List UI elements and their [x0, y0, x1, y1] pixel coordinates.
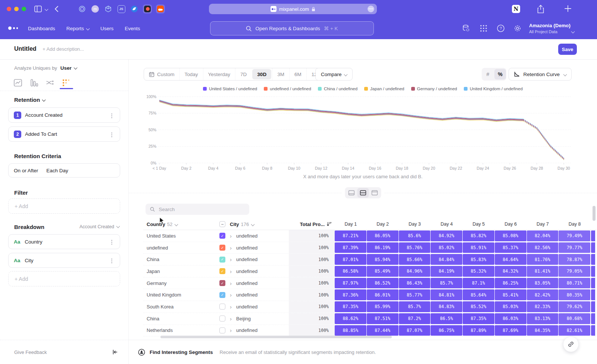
- chart-type-dropdown[interactable]: Retention Curve: [509, 68, 572, 81]
- retention-value-cell[interactable]: 82.42%: [527, 289, 559, 300]
- range-yesterday[interactable]: Yesterday: [203, 68, 235, 80]
- kebab-menu-icon[interactable]: [111, 115, 112, 116]
- retention-value-cell[interactable]: 85.94%: [367, 254, 398, 265]
- retention-value-cell[interactable]: 85.49%: [367, 266, 398, 277]
- retention-value-cell[interactable]: 88.62%: [335, 313, 366, 324]
- city-cell[interactable]: ✓›undefined: [209, 254, 289, 265]
- insights-icon[interactable]: [13, 78, 22, 87]
- table-row[interactable]: South Korea›undefined100%87.35%85.99%85.…: [143, 301, 596, 313]
- description-placeholder[interactable]: + Add description...: [43, 46, 84, 52]
- give-feedback-link[interactable]: Give Feedback: [14, 349, 47, 355]
- project-switcher[interactable]: Amazonia {Demo} All Project Data: [529, 23, 571, 35]
- table-search-input[interactable]: [158, 206, 245, 213]
- notion-icon[interactable]: N: [512, 5, 520, 13]
- retention-value-cell[interactable]: 84.96%: [399, 266, 431, 277]
- retention-value-cell[interactable]: 86.25%: [495, 278, 526, 289]
- row-checkbox[interactable]: ✓: [219, 268, 225, 274]
- table-row[interactable]: Netherlands›undefined100%88.85%87.44%87.…: [143, 325, 596, 337]
- city-cell[interactable]: ✓›undefined: [209, 230, 289, 242]
- criteria-card[interactable]: On or After Each Day: [8, 163, 120, 178]
- table-row[interactable]: Germany✓›undefined100%87.97%86.52%86.43%…: [143, 277, 596, 289]
- segments-title[interactable]: Find Interesting Segments: [150, 349, 213, 355]
- js-extension-icon[interactable]: JS: [117, 4, 126, 13]
- range-custom[interactable]: Custom: [144, 68, 179, 80]
- retention-value-cell[interactable]: 85.99%: [367, 301, 398, 312]
- retention-value-cell[interactable]: 87.2%: [399, 313, 431, 324]
- retention-value-cell[interactable]: 85.6%: [399, 230, 431, 241]
- retention-value-cell[interactable]: 87.69%: [495, 325, 526, 336]
- retention-value-cell[interactable]: 87.07%: [399, 325, 431, 336]
- funnels-icon[interactable]: [29, 78, 38, 87]
- retention-value-cell[interactable]: 86.05%: [367, 230, 398, 241]
- legend-item[interactable]: China / undefined: [318, 87, 357, 91]
- plus-icon[interactable]: [564, 5, 572, 12]
- flows-icon[interactable]: [46, 78, 54, 87]
- save-button[interactable]: Save: [558, 44, 577, 55]
- retention-value-cell[interactable]: 79.62%: [559, 301, 590, 312]
- retention-value-cell[interactable]: 86.5%: [431, 313, 462, 324]
- retention-value-cell-partial[interactable]: [591, 289, 595, 300]
- retention-value-cell[interactable]: 85.37%: [495, 242, 526, 253]
- chevron-right-icon[interactable]: ›: [230, 233, 232, 239]
- row-checkbox[interactable]: [219, 304, 225, 310]
- retention-value-cell[interactable]: 81.76%: [527, 254, 559, 265]
- gear-icon[interactable]: [513, 24, 522, 32]
- retention-value-cell[interactable]: 83.05%: [527, 278, 559, 289]
- mixpanel-logo-dots[interactable]: [8, 26, 18, 30]
- chart-view-icon[interactable]: [346, 188, 357, 198]
- day-column-header[interactable]: Day 4: [431, 222, 463, 227]
- city-cell[interactable]: ›Beijing: [209, 313, 289, 324]
- retention-value-cell[interactable]: 85.52%: [463, 301, 494, 312]
- city-cell[interactable]: ✓›undefined: [209, 242, 289, 254]
- row-checkbox[interactable]: [219, 327, 225, 333]
- legend-item[interactable]: Germany / undefined: [411, 87, 457, 91]
- retention-value-cell[interactable]: 83.13%: [527, 313, 559, 324]
- vertical-scrollbar[interactable]: [593, 206, 596, 221]
- retention-value-cell[interactable]: 82.33%: [527, 301, 559, 312]
- retention-step-1[interactable]: 1Account Created: [8, 107, 120, 123]
- nav-link-users[interactable]: Users: [100, 26, 113, 31]
- kebab-menu-icon[interactable]: [111, 260, 112, 261]
- minimize-window-icon[interactable]: [14, 7, 19, 11]
- retention-value-cell[interactable]: 84.35%: [527, 325, 559, 336]
- retention-value-cell[interactable]: 81.41%: [527, 266, 559, 277]
- retention-value-cell[interactable]: 85.82%: [463, 230, 494, 241]
- retention-value-cell[interactable]: 87.39%: [335, 242, 366, 253]
- retention-value-cell[interactable]: 85.76%: [399, 242, 431, 253]
- retention-value-cell-partial[interactable]: [591, 325, 595, 336]
- add-breakdown-button[interactable]: + Add: [8, 271, 120, 286]
- address-bar[interactable]: mixpanel.com •••: [209, 4, 377, 14]
- retention-value-cell[interactable]: 82.04%: [527, 230, 559, 241]
- day-column-header[interactable]: Day 8: [559, 222, 591, 227]
- retention-value-cell[interactable]: 79.77%: [559, 242, 590, 253]
- retention-value-cell[interactable]: 84.19%: [431, 266, 462, 277]
- nav-link-reports[interactable]: Reports: [66, 26, 89, 31]
- analyze-entity-dropdown[interactable]: User: [60, 65, 72, 71]
- retention-value-cell-partial[interactable]: [591, 230, 595, 241]
- chevron-right-icon[interactable]: ›: [230, 292, 232, 298]
- retention-value-cell[interactable]: 87.97%: [335, 278, 366, 289]
- breakdown-item-city[interactable]: AaCity: [8, 253, 120, 268]
- retention-step-2[interactable]: 2Added To Cart: [8, 126, 120, 142]
- retention-value-cell-partial[interactable]: [591, 301, 595, 312]
- day-column-header[interactable]: Day 7: [527, 222, 559, 227]
- collapse-sidebar-icon[interactable]: [112, 349, 118, 355]
- chevron-right-icon[interactable]: ›: [230, 327, 232, 333]
- retention-value-cell[interactable]: 86.01%: [367, 289, 398, 300]
- retention-value-cell[interactable]: 87.35%: [463, 313, 494, 324]
- table-row[interactable]: China›Beijing100%88.62%87.51%87.2%86.5%8…: [143, 313, 596, 325]
- retention-value-cell[interactable]: 87.89%: [463, 325, 494, 336]
- legend-item[interactable]: United Kingdom / undefined: [464, 87, 523, 91]
- help-icon[interactable]: ?: [497, 24, 505, 32]
- day-column-header[interactable]: Day 1: [335, 222, 367, 227]
- retention-value-cell[interactable]: 85.02%: [431, 242, 462, 253]
- legend-item[interactable]: undefined / undefined: [264, 87, 311, 91]
- retention-value-cell[interactable]: 87.1%: [463, 278, 494, 289]
- select-all-checkbox[interactable]: –: [219, 221, 225, 227]
- retention-section-title[interactable]: Retention: [14, 97, 45, 103]
- retention-value-cell[interactable]: 86.03%: [495, 313, 526, 324]
- cloud-extension-icon[interactable]: [156, 4, 165, 13]
- breakdown-scope-dropdown[interactable]: Account Created: [79, 224, 119, 229]
- retention-value-cell[interactable]: 85.83%: [463, 254, 494, 265]
- retention-value-cell[interactable]: 86.58%: [335, 266, 366, 277]
